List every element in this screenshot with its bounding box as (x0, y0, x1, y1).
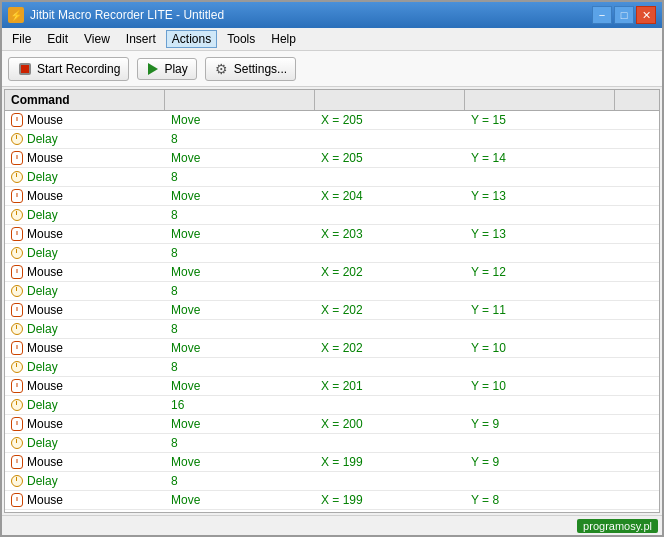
table-row[interactable]: MouseMoveX = 203Y = 13 (5, 225, 659, 244)
table-row[interactable]: MouseMoveX = 199Y = 9 (5, 453, 659, 472)
table-row[interactable]: Delay8 (5, 472, 659, 491)
cell-col3 (315, 244, 465, 262)
table-wrapper: MouseMoveX = 205Y = 15Delay8MouseMoveX =… (5, 111, 659, 512)
cell-col3: X = 199 (315, 491, 465, 509)
cell-col4: Y = 10 (465, 377, 615, 395)
table-row[interactable]: MouseMoveX = 205Y = 15 (5, 111, 659, 130)
content-area: Command MouseMoveX = 205Y = 15Delay8Mous… (4, 89, 660, 513)
cell-col3 (315, 130, 465, 148)
menu-item-view[interactable]: View (78, 30, 116, 48)
table-row[interactable]: MouseMoveX = 201Y = 10 (5, 377, 659, 396)
cell-col4 (465, 282, 615, 300)
record-button[interactable]: Start Recording (8, 57, 129, 81)
cell-col3 (315, 510, 465, 512)
cell-col4: Y = 8 (465, 491, 615, 509)
cell-col3 (315, 320, 465, 338)
table-row[interactable]: MouseMoveX = 202Y = 12 (5, 263, 659, 282)
table-row[interactable]: Delay8 (5, 358, 659, 377)
cell-command-text: Delay (27, 474, 58, 488)
delay-icon (11, 475, 23, 487)
play-button[interactable]: Play (137, 58, 196, 80)
table-body[interactable]: MouseMoveX = 205Y = 15Delay8MouseMoveX =… (5, 111, 659, 512)
cell-command: Delay (5, 510, 165, 512)
cell-col4 (465, 472, 615, 490)
table-row[interactable]: MouseMoveX = 205Y = 14 (5, 149, 659, 168)
settings-button[interactable]: ⚙ Settings... (205, 57, 296, 81)
table-row[interactable]: Delay16 (5, 396, 659, 415)
column-header-3 (315, 90, 465, 110)
app-icon: ⚡ (8, 7, 24, 23)
close-button[interactable]: ✕ (636, 6, 656, 24)
table-row[interactable]: MouseMoveX = 202Y = 10 (5, 339, 659, 358)
table-row[interactable]: Delay8 (5, 130, 659, 149)
cell-col2: 8 (165, 282, 315, 300)
menu-item-file[interactable]: File (6, 30, 37, 48)
table-row[interactable]: Delay8 (5, 244, 659, 263)
cell-command-text: Delay (27, 170, 58, 184)
cell-col3: X = 204 (315, 187, 465, 205)
cell-col3 (315, 472, 465, 490)
cell-col3 (315, 168, 465, 186)
cell-col4: Y = 12 (465, 263, 615, 281)
menu-item-tools[interactable]: Tools (221, 30, 261, 48)
cell-command: Mouse (5, 301, 165, 319)
mouse-icon (11, 265, 23, 279)
cell-command: Mouse (5, 263, 165, 281)
cell-col4 (465, 244, 615, 262)
programosy-badge: programosy.pl (577, 519, 658, 533)
column-header-command: Command (5, 90, 165, 110)
delay-icon (11, 323, 23, 335)
table-row[interactable]: Delay8 (5, 320, 659, 339)
cell-command-text: Mouse (27, 341, 63, 355)
cell-command: Mouse (5, 491, 165, 509)
column-header-2 (165, 90, 315, 110)
table-row[interactable]: MouseMoveX = 200Y = 9 (5, 415, 659, 434)
table-row[interactable]: MouseMoveX = 204Y = 13 (5, 187, 659, 206)
table-row[interactable]: Delay8 (5, 282, 659, 301)
table-row[interactable]: Delay8 (5, 206, 659, 225)
cell-command-text: Delay (27, 132, 58, 146)
cell-command-text: Mouse (27, 227, 63, 241)
column-header-4 (465, 90, 615, 110)
table-header: Command (5, 90, 659, 111)
cell-command-text: Delay (27, 208, 58, 222)
menu-item-help[interactable]: Help (265, 30, 302, 48)
table-row[interactable]: MouseMoveX = 199Y = 8 (5, 491, 659, 510)
cell-col3 (315, 282, 465, 300)
table-row[interactable]: Delay8 (5, 434, 659, 453)
minimize-button[interactable]: − (592, 6, 612, 24)
cell-col2: 8 (165, 320, 315, 338)
table-row[interactable]: MouseMoveX = 202Y = 11 (5, 301, 659, 320)
menu-item-insert[interactable]: Insert (120, 30, 162, 48)
cell-col4: Y = 11 (465, 301, 615, 319)
toolbar: Start Recording Play ⚙ Settings... (2, 51, 662, 87)
cell-col4: Y = 13 (465, 225, 615, 243)
table-row[interactable]: Delay16 (5, 510, 659, 512)
cell-col2: 8 (165, 472, 315, 490)
record-icon (17, 61, 33, 77)
maximize-button[interactable]: □ (614, 6, 634, 24)
cell-col2: Move (165, 111, 315, 129)
cell-command-text: Mouse (27, 265, 63, 279)
cell-col2: 16 (165, 510, 315, 512)
cell-command-text: Mouse (27, 151, 63, 165)
cell-command: Mouse (5, 187, 165, 205)
cell-col4 (465, 320, 615, 338)
menu-item-actions[interactable]: Actions (166, 30, 217, 48)
cell-col2: 8 (165, 130, 315, 148)
cell-command-text: Delay (27, 284, 58, 298)
cell-command: Delay (5, 396, 165, 414)
cell-command: Mouse (5, 377, 165, 395)
cell-command: Mouse (5, 339, 165, 357)
mouse-icon (11, 417, 23, 431)
cell-col2: Move (165, 339, 315, 357)
mouse-icon (11, 303, 23, 317)
cell-command-text: Mouse (27, 417, 63, 431)
cell-col2: Move (165, 301, 315, 319)
table-row[interactable]: Delay8 (5, 168, 659, 187)
cell-col3: X = 199 (315, 453, 465, 471)
cell-col4: Y = 14 (465, 149, 615, 167)
menu-item-edit[interactable]: Edit (41, 30, 74, 48)
cell-command-text: Mouse (27, 189, 63, 203)
cell-col3: X = 202 (315, 339, 465, 357)
